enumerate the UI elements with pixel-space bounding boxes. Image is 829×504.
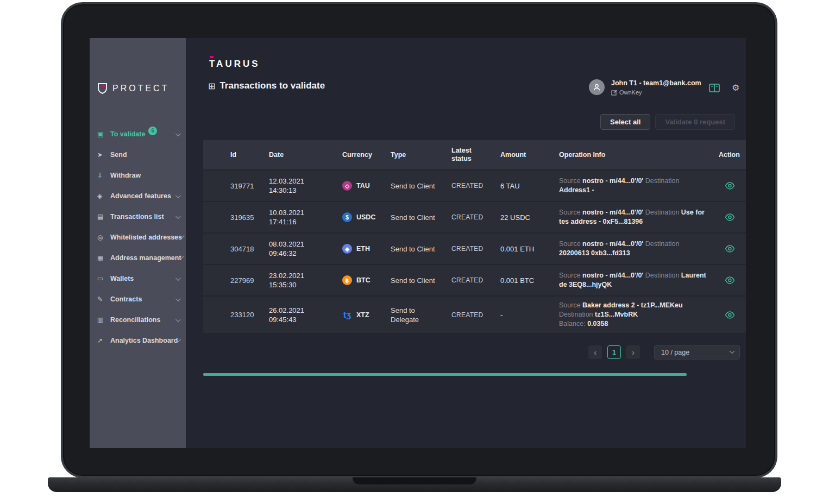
currency-icon: ◆ [342,244,352,254]
tx-id: 304718 [224,241,265,257]
source-label: Source [559,209,581,216]
view-transaction-button[interactable] [725,182,735,190]
tx-operation-info: Source nostro - m/44...0'/0' Destination… [555,235,714,262]
tx-id: 319771 [224,178,265,194]
eye-icon [725,182,735,190]
tx-currency: ฿ BTC [338,271,386,289]
tx-type: Send to Client [386,177,447,195]
analytics-dashboard-icon: ↗ [97,337,110,344]
sidebar-item-whitelisted-addresses[interactable]: ◎ Whitelisted addresses [90,227,186,248]
tx-date: 23.02.2021 15:35:30 [265,267,338,294]
sidebar-item-address-management[interactable]: ▦ Address management [90,248,186,268]
sidebar-item-send[interactable]: ➤ Send [90,144,186,165]
user-key-row: OwnKey [611,89,701,96]
eye-icon [725,311,735,319]
next-page-button[interactable]: › [626,345,640,359]
previous-page-button[interactable]: ‹ [588,345,602,359]
col-header-action: Action [714,147,746,163]
header-icons: ⚙ [709,83,739,93]
currency-icon: ฿ [342,275,352,285]
col-header-date: Date [265,147,338,163]
select-all-button[interactable]: Select all [600,114,650,130]
avatar[interactable] [589,79,605,95]
table-body: 319771 12.03.2021 14:30:13 ◇ TAU Send to… [203,169,746,333]
sidebar-menu: ▣ To validate 6 ➤ Send ⇩ Withdraw ◈ Adva… [90,124,186,351]
validate-request-button[interactable]: Validate 0 request [655,114,735,130]
tx-status: CREATED [447,272,496,288]
destination-label: Destination [645,272,680,279]
logo-pink-tick [210,56,213,58]
tx-type: Send to Client [386,209,447,226]
table-grid-icon: ⊞ [208,81,215,91]
address-book-icon[interactable] [709,84,720,92]
app-screen: PROTECT ▣ To validate 6 ➤ Send ⇩ Withdra… [90,38,746,448]
pagination: ‹ 1 › 10 / page [588,345,740,360]
table-row: 227969 23.02.2021 15:35:30 ฿ BTC Send to… [203,264,746,295]
source-label: Source [559,301,581,309]
currency-icon: tʒ [342,310,352,320]
sidebar-item-contracts[interactable]: ✎ Contracts [90,289,186,310]
page-size-select[interactable]: 10 / page [654,345,740,360]
horizontal-scrollbar-thumb[interactable] [203,373,687,376]
toolbar: Select all Validate 0 request [600,114,735,130]
whitelisted-addresses-icon: ◎ [97,234,110,241]
user-name: John T1 - team1@bank.com [611,79,701,87]
tx-operation-info: Source nostro - m/44...0'/0' Destination… [555,204,714,231]
table-row: 319771 12.03.2021 14:30:13 ◇ TAU Send to… [203,169,746,201]
tx-currency: ◇ TAU [338,177,386,195]
sidebar-item-advanced-features[interactable]: ◈ Advanced features [90,186,186,206]
eye-icon [725,213,735,221]
destination-label: Destination [645,177,680,185]
tx-date: 08.03.2021 09:46:32 [265,235,338,262]
shield-icon [97,83,108,94]
currency-icon: ◇ [342,181,352,191]
tx-currency: tʒ XTZ [338,306,386,324]
tx-operation-info: Source Baker address 2 - tz1P...MEKeu De… [555,297,714,333]
destination-label: Destination [645,209,680,216]
view-transaction-button[interactable] [725,276,735,284]
tx-amount: - [496,306,555,323]
eye-icon [725,245,735,253]
product-name: PROTECT [112,84,169,93]
eye-icon [725,276,735,284]
page-title-row: ⊞ Transactions to validate [208,80,325,91]
page: PROTECT ▣ To validate 6 ➤ Send ⇩ Withdra… [0,0,829,504]
destination-label: Destination [645,240,680,248]
col-header-latest-status: Latest status [447,142,496,167]
sidebar-item-to-validate[interactable]: ▣ To validate 6 [90,124,186,144]
chevron-down-icon [730,348,735,354]
wallets-icon: ▭ [97,275,110,282]
tx-currency: ◆ ETH [338,240,386,258]
view-transaction-button[interactable] [725,213,735,221]
sidebar-item-analytics-dashboard[interactable]: ↗ Analytics Dashboard [90,330,186,351]
sidebar-item-transactions-list[interactable]: ▤ Transactions list [90,206,186,227]
sidebar-item-reconciliations[interactable]: ▥ Reconciliations [90,310,186,330]
view-transaction-button[interactable] [725,245,735,253]
col-header-operation-info: Operation Info [555,147,714,163]
contracts-icon: ✎ [97,295,110,303]
user-block[interactable]: John T1 - team1@bank.com OwnKey [589,79,701,96]
sidebar-item-withdraw[interactable]: ⇩ Withdraw [90,165,186,186]
taurus-logo: TAURUS [209,59,260,70]
table-row: 304718 08.03.2021 09:46:32 ◆ ETH Send to… [203,232,746,264]
tx-amount: 0.001 ETH [496,241,555,257]
source-label: Source [559,240,581,248]
tx-type: Send to Client [386,272,447,289]
advanced-features-icon: ◈ [97,192,110,200]
gear-icon[interactable]: ⚙ [732,83,739,93]
tx-type: Send to Client [386,240,447,258]
sidebar-item-wallets[interactable]: ▭ Wallets [90,268,186,289]
validate-icon: ▣ [97,130,110,138]
col-header-currency: Currency [338,147,386,163]
current-page-button[interactable]: 1 [607,345,621,359]
tx-date: 12.03.2021 14:30:13 [265,172,338,199]
tx-date: 10.03.2021 17:41:16 [265,204,338,231]
tx-operation-info: Source nostro - m/44...0'/0' Destination… [555,172,714,199]
view-transaction-button[interactable] [725,311,735,319]
tx-type: Send to Delegate [386,301,447,329]
balance-label: Balance: [559,320,586,327]
tx-status: CREATED [447,209,496,225]
tx-amount: 6 TAU [496,178,555,194]
chevron-down-icon [175,213,181,219]
to-validate-count-badge: 6 [148,127,157,135]
